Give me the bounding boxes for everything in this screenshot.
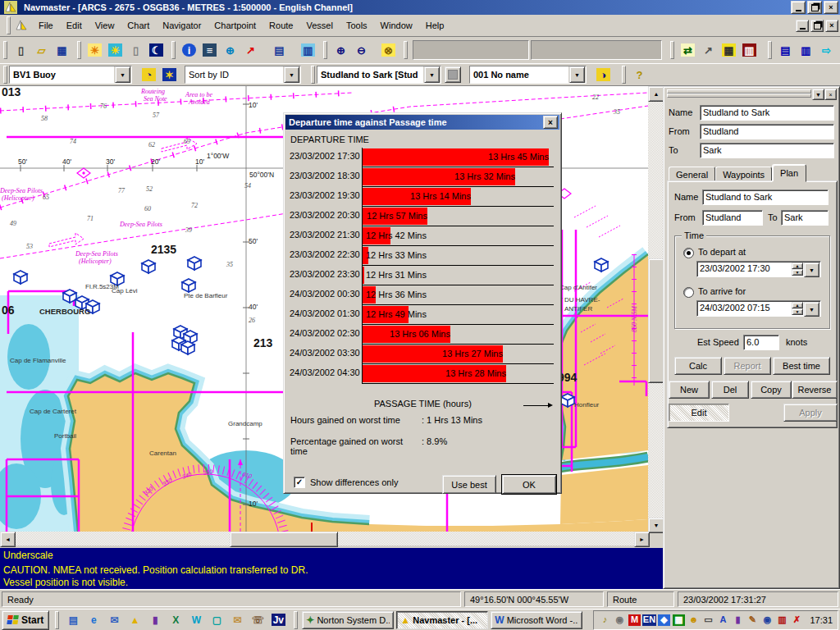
chevron-down-icon[interactable]: ▼ <box>804 302 819 317</box>
scroll-right-icon[interactable]: ► <box>634 532 650 547</box>
toolbar-grip[interactable] <box>404 41 408 59</box>
new-button[interactable]: New <box>669 381 710 399</box>
copy-button[interactable]: Copy <box>751 381 792 399</box>
toolbar-grip[interactable] <box>622 66 626 84</box>
report-button[interactable]: Report <box>724 357 771 375</box>
route-name-field[interactable]: Studland to Sark <box>700 105 834 121</box>
split-horizontal-button[interactable]: ▤ <box>775 40 796 60</box>
crashguard-button[interactable]: ☻ <box>686 613 701 628</box>
waypoint-marker[interactable] <box>182 279 195 292</box>
chart-horizontal-scrollbar[interactable]: ◄ ► <box>0 532 648 546</box>
toolbar-grip[interactable] <box>768 41 772 59</box>
lang-en-button[interactable]: EN <box>641 613 656 628</box>
toolbar-grip[interactable] <box>171 41 176 59</box>
taskbar-task[interactable]: WMicrosoft Word -... <box>491 611 582 629</box>
route-to-field[interactable]: Sark <box>700 143 834 158</box>
navmaster-button[interactable]: ▲ <box>125 611 144 629</box>
waypoint-marker[interactable] <box>181 341 194 354</box>
mail-open-button[interactable]: ✉ <box>227 611 247 629</box>
toolbar-grip[interactable] <box>323 41 327 59</box>
est-speed-field[interactable]: 6.0 <box>743 335 779 350</box>
toolbar-grip[interactable] <box>670 41 674 59</box>
chart-swap-button[interactable]: ⇄ <box>678 40 698 60</box>
printer-button[interactable]: ▭ <box>701 613 715 628</box>
waypoint-marker[interactable] <box>595 258 608 272</box>
jv-button[interactable]: Jv <box>268 611 288 629</box>
find-waypoint-button[interactable]: ◔ <box>139 65 159 84</box>
ati-button[interactable]: A <box>715 613 730 628</box>
globe-button[interactable]: ⊕ <box>220 40 240 60</box>
taskbar-task[interactable]: ✦Norton System D... <box>302 611 394 629</box>
excel-button[interactable]: X <box>166 611 185 629</box>
save-button[interactable]: ▦ <box>52 40 72 60</box>
chart-window-icon[interactable] <box>14 19 29 32</box>
new-button[interactable]: ▯ <box>11 40 31 60</box>
updown-arrows-button[interactable]: ◆ <box>656 613 671 628</box>
minimize-button[interactable] <box>791 1 806 14</box>
taskbar-task[interactable]: ▲Navmaster - [... <box>396 611 488 629</box>
start-button[interactable]: Start <box>2 610 49 630</box>
scroll-up-icon[interactable]: ▲ <box>648 86 664 102</box>
menu-item-chart[interactable]: Chart <box>121 17 156 34</box>
menu-item-view[interactable]: View <box>89 17 121 34</box>
spin-up-icon[interactable]: ▲ <box>792 262 803 269</box>
book-button[interactable]: ▮ <box>145 611 165 629</box>
reverse-button[interactable]: Reverse <box>792 381 838 399</box>
waypoint-marker[interactable] <box>561 394 574 407</box>
scroll-left-icon[interactable]: ◄ <box>0 532 16 547</box>
taskbar-grip[interactable] <box>294 611 298 629</box>
chevron-down-icon[interactable]: ▼ <box>115 66 130 83</box>
toolbar-grip[interactable] <box>3 41 7 59</box>
ie-button[interactable]: e <box>84 611 103 629</box>
chevron-down-icon[interactable]: ▼ <box>569 66 585 83</box>
mcafee-button[interactable]: M <box>627 613 641 628</box>
vertical-scroll-thumb[interactable] <box>648 258 664 383</box>
chart-vertical-scrollbar[interactable]: ▲ ▼ <box>648 86 663 532</box>
menu-item-chartpoint[interactable]: Chartpoint <box>208 17 262 34</box>
calc-button[interactable]: Calc <box>674 357 722 375</box>
volume-button[interactable]: ♪ <box>597 613 612 628</box>
show-differences-checkbox[interactable]: ✓ <box>294 477 305 488</box>
waypoint-list-button[interactable]: ✶ <box>159 65 180 84</box>
mdi-close-button[interactable]: × <box>825 20 838 32</box>
plan-name-field[interactable]: Studland to Sark <box>702 189 829 205</box>
menu-item-window[interactable]: Window <box>374 17 419 34</box>
restore-button[interactable] <box>807 1 822 14</box>
blank-page-button[interactable]: ▯ <box>126 40 146 60</box>
route-edit-button[interactable]: ↗ <box>240 40 261 60</box>
log-save-button[interactable]: ▦ <box>719 40 739 60</box>
edit-toggle-button[interactable]: Edit <box>669 404 729 422</box>
spin-down-icon[interactable]: ▼ <box>792 308 803 315</box>
open-button[interactable]: ▱ <box>31 40 52 60</box>
menu-item-file[interactable]: File <box>32 17 60 34</box>
zoom-area-button[interactable]: ⊗ <box>378 40 399 60</box>
toolbar-grip[interactable] <box>3 66 7 84</box>
toolbar-grip[interactable] <box>77 41 81 59</box>
scheduler-button[interactable]: ▮ <box>730 613 745 628</box>
split-vertical-button[interactable]: ▥ <box>796 40 816 60</box>
depart-at-radio[interactable] <box>683 248 694 258</box>
monitor-button[interactable]: ▢ <box>207 611 226 629</box>
route-options-button[interactable] <box>445 66 461 83</box>
chevron-down-icon[interactable]: ▼ <box>424 66 440 83</box>
write-button[interactable]: ✎ <box>745 613 760 628</box>
plan-from-field[interactable]: Studland <box>702 210 763 226</box>
menubar-grip[interactable] <box>7 16 11 34</box>
phone-button[interactable]: ☏ <box>248 611 267 629</box>
chevron-down-icon[interactable]: ▼ <box>804 262 819 277</box>
waypoint-marker[interactable] <box>63 290 76 303</box>
waypoint-marker[interactable] <box>142 260 155 273</box>
word-button[interactable]: W <box>186 611 206 629</box>
menu-item-route[interactable]: Route <box>262 17 299 34</box>
day-view-button[interactable]: ☀ <box>84 40 105 60</box>
help-button[interactable]: ? <box>629 65 650 84</box>
dusk-view-button[interactable]: ☀ <box>105 40 126 60</box>
menu-item-navigator[interactable]: Navigator <box>156 17 208 34</box>
arrive-for-radio[interactable] <box>683 287 694 298</box>
apply-button[interactable]: Apply <box>783 404 838 422</box>
ok-button[interactable]: OK <box>502 475 556 494</box>
leg-combo[interactable]: 001 No name ▼ <box>469 66 587 84</box>
panel-close-icon[interactable]: × <box>824 89 837 100</box>
route-from-field[interactable]: Studland <box>700 124 834 139</box>
zoom-in-button[interactable]: ⊕ <box>331 40 351 60</box>
